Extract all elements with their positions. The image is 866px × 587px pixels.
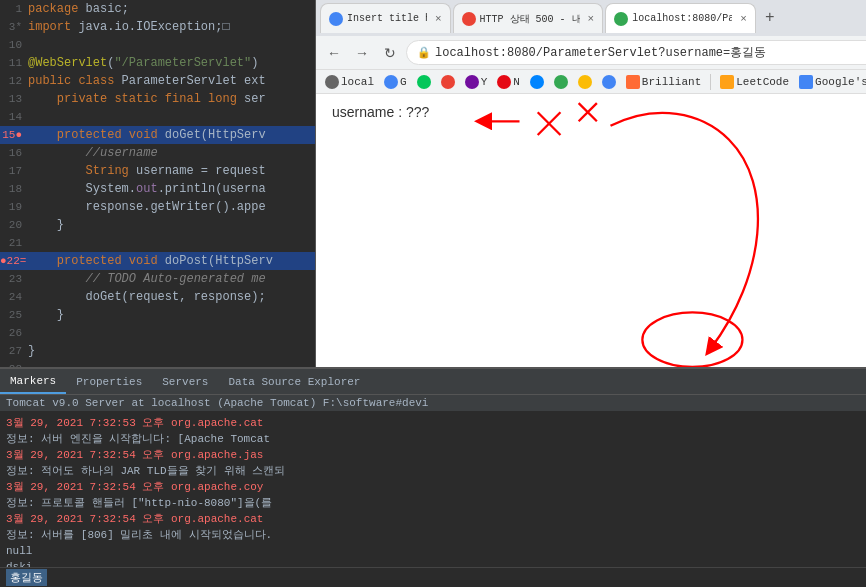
bookmark-icon-br (626, 75, 640, 89)
code-line-27: 27 } (0, 342, 315, 360)
bookmark-brilliant[interactable]: Brilliant (623, 74, 704, 90)
console-line-8: 정보: 서버를 [806] 밀리초 내에 시작되었습니다. (6, 527, 860, 543)
code-line-14: 14 (0, 108, 315, 126)
bookmark-label-g: G (400, 76, 407, 88)
annotations-svg (316, 94, 866, 367)
username-label: username : ??? (332, 104, 429, 120)
code-line-28: 28 (0, 360, 315, 367)
tab-icon-1 (329, 12, 343, 26)
tab-close-1[interactable]: × (435, 13, 442, 25)
bookmark-icon-local (325, 75, 339, 89)
console-line-4: 정보: 적어도 하나의 JAR TLD들을 찾기 위해 스캔되 (6, 463, 860, 479)
new-tab-button[interactable]: + (758, 6, 782, 30)
code-line-1: 1 package basic; (0, 0, 315, 18)
bookmark-naver[interactable] (414, 74, 434, 90)
code-line-23: 23 // TODO Auto-generated me (0, 270, 315, 288)
bookmark-leetcode[interactable]: LeetCode (717, 74, 792, 90)
code-line-13: 13 private static final long ser (0, 90, 315, 108)
tab-http-error[interactable]: HTTP 상태 500 - 내부 서버 오류 × (453, 3, 604, 33)
url-text: localhost:8080/ParameterServlet?username… (435, 44, 766, 61)
bookmark-icon-fb (530, 75, 544, 89)
tab-label-2: HTTP 상태 500 - 내부 서버 오류 (480, 12, 580, 26)
tab-insert-title[interactable]: Insert title here × (320, 3, 451, 33)
tab-label-1: Insert title here (347, 13, 427, 24)
code-line-22: ●22= protected void doPost(HttpServ (0, 252, 315, 270)
code-line-17: 17 String username = request (0, 162, 315, 180)
server-header-text: Tomcat v9.0 Server at localhost (Apache … (6, 397, 428, 409)
code-line-12: 12 public class ParameterServlet ext (0, 72, 315, 90)
code-line-21: 21 (0, 234, 315, 252)
bookmark-icon-g (384, 75, 398, 89)
bookmark-twitch[interactable]: Y (462, 74, 491, 90)
address-bar[interactable]: 🔒 localhost:8080/ParameterServlet?userna… (406, 40, 866, 65)
code-panel: 1 package basic; 3* import java.io.IOExc… (0, 0, 315, 367)
browser-content: username : ??? (316, 94, 866, 367)
bookmark-label-br: Brilliant (642, 76, 701, 88)
bookmark-icon-lc (720, 75, 734, 89)
code-line-26: 26 (0, 324, 315, 342)
bookmark-icon-n1 (417, 75, 431, 89)
browser-tabs-bar: Insert title here × HTTP 상태 500 - 내부 서버 … (316, 0, 866, 36)
bookmark-local[interactable]: local (322, 74, 377, 90)
console-input: 홍길동 (6, 569, 47, 586)
bookmark-icon-cl (602, 75, 616, 89)
console-line-6: 정보: 프로토콜 핸들러 ["http-nio-8080"]을(를 (6, 495, 860, 511)
bookmark-label-nf: N (513, 76, 520, 88)
bookmark-youtube[interactable] (438, 74, 458, 90)
code-line-10: 10 (0, 36, 315, 54)
bookmark-icon-sh (554, 75, 568, 89)
console-output: 3월 29, 2021 7:32:53 오후 org.apache.cat 정보… (0, 411, 866, 567)
back-button[interactable]: ← (322, 41, 346, 65)
lock-icon: 🔒 (417, 46, 431, 59)
code-editor[interactable]: 1 package basic; 3* import java.io.IOExc… (0, 0, 315, 367)
tab-servers-label: Servers (162, 376, 208, 388)
tab-icon-2 (462, 12, 476, 26)
browser-panel: Insert title here × HTTP 상태 500 - 내부 서버 … (315, 0, 866, 367)
console-line-2: 정보: 서버 엔진을 시작합니다: [Apache Tomcat (6, 431, 860, 447)
code-line-16: 16 //username (0, 144, 315, 162)
code-line-11: 11 @WebServlet("/ParameterServlet") (0, 54, 315, 72)
bookmark-label-lc: LeetCode (736, 76, 789, 88)
bottom-tabs-bar: Markers Properties Servers Data Source E… (0, 369, 866, 395)
forward-button[interactable]: → (350, 41, 374, 65)
bookmark-icon-tw (465, 75, 479, 89)
console-line-dski: dski (6, 559, 860, 567)
bookmark-sheets[interactable] (551, 74, 571, 90)
refresh-button[interactable]: ↻ (378, 41, 402, 65)
bookmark-python[interactable]: Google's Python Cl... (796, 74, 866, 90)
tab-localhost[interactable]: localhost:8080/ParameterServle... × (605, 3, 756, 33)
code-line-25: 25 } (0, 306, 315, 324)
bookmark-google[interactable]: G (381, 74, 410, 90)
svg-point-5 (642, 312, 742, 367)
bookmark-label-py: Google's Python Cl... (815, 76, 866, 88)
code-line-3: 3* import java.io.IOException;□ (0, 18, 315, 36)
bookmark-icon-py (799, 75, 813, 89)
tab-markers[interactable]: Markers (0, 369, 66, 394)
console-line-null: null (6, 543, 860, 559)
code-line-19: 19 response.getWriter().appe (0, 198, 315, 216)
server-header: Tomcat v9.0 Server at localhost (Apache … (0, 395, 866, 411)
bookmark-label-local: local (341, 76, 374, 88)
tab-icon-3 (614, 12, 628, 26)
bookmark-slides[interactable] (575, 74, 595, 90)
tab-servers[interactable]: Servers (152, 369, 218, 394)
code-line-24: 24 doGet(request, response); (0, 288, 315, 306)
console-line-1: 3월 29, 2021 7:32:53 오후 org.apache.cat (6, 415, 860, 431)
tab-datasource[interactable]: Data Source Explorer (218, 369, 370, 394)
bookmark-icon-yt (441, 75, 455, 89)
bookmark-icon-sl (578, 75, 592, 89)
tab-properties[interactable]: Properties (66, 369, 152, 394)
tab-close-2[interactable]: × (588, 13, 595, 25)
browser-nav-bar: ← → ↻ 🔒 localhost:8080/ParameterServlet?… (316, 36, 866, 70)
tab-datasource-label: Data Source Explorer (228, 376, 360, 388)
main-area: 1 package basic; 3* import java.io.IOExc… (0, 0, 866, 367)
bookmark-fb[interactable] (527, 74, 547, 90)
bookmark-cloud[interactable] (599, 74, 619, 90)
tab-markers-label: Markers (10, 375, 56, 387)
bookmark-netflix[interactable]: N (494, 74, 523, 90)
bookmarks-bar: local G Y N (316, 70, 866, 94)
code-line-20: 20 } (0, 216, 315, 234)
code-line-18: 18 System.out.println(userna (0, 180, 315, 198)
tab-close-3[interactable]: × (740, 13, 747, 25)
tab-label-3: localhost:8080/ParameterServle... (632, 13, 732, 24)
